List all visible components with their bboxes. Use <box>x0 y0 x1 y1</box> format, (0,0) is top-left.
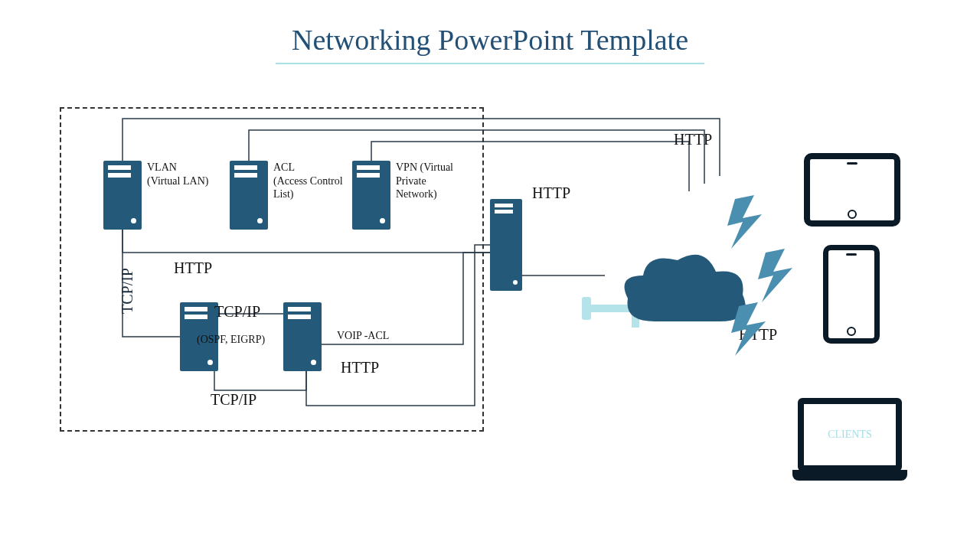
protocol-tcpip-btm: TCP/IP <box>211 390 256 409</box>
laptop-icon: CLIENTS <box>792 398 907 481</box>
protocol-http-right: HTTP <box>532 184 570 203</box>
gateway-server-icon <box>490 199 522 291</box>
tablet-icon <box>804 153 900 227</box>
clients-label: CLIENTS <box>828 429 872 441</box>
server-vlan-label: VLAN (Virtual LAN) <box>147 161 231 187</box>
protocol-tcpip-vert: TCP/IP <box>119 268 136 314</box>
signal-bolts <box>720 191 812 383</box>
svg-marker-1 <box>758 249 792 302</box>
server-voip-icon <box>283 302 322 371</box>
server-voip-label: VOIP -ACL <box>337 329 389 343</box>
title-underline <box>276 63 704 64</box>
server-acl-label: ACL (Access Control List) <box>273 161 365 201</box>
server-vpn-icon <box>352 161 390 230</box>
svg-marker-0 <box>727 195 762 249</box>
phone-icon <box>823 245 880 344</box>
server-vlan-icon <box>103 161 142 230</box>
svg-marker-2 <box>731 302 766 356</box>
server-vpn-label: VPN (Virtual Private Network) <box>396 161 480 201</box>
protocol-http-top-right: HTTP <box>674 130 712 149</box>
slide-title: Networking PowerPoint Template <box>0 23 980 57</box>
server-acl-icon <box>230 161 268 230</box>
protocol-tcpip-top: TCP/IP <box>214 302 260 321</box>
protocol-http-btm: HTTP <box>341 358 379 377</box>
cloud-connector-end <box>582 297 591 320</box>
server-ospf-label: (OSPF, EIGRP) <box>197 333 265 347</box>
protocol-http-mid: HTTP <box>174 259 212 278</box>
